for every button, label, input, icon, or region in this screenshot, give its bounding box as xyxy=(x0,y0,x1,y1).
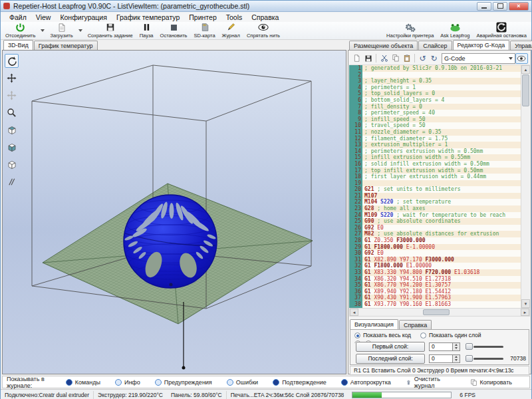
view-toolbar xyxy=(5,54,19,189)
toolbar-button-label: Отсоединить xyxy=(5,33,35,39)
radio-option-2[interactable]: Показать один слой xyxy=(420,332,481,338)
first-layer-stepper[interactable] xyxy=(453,342,460,351)
gcode-line-number: 14 xyxy=(349,148,362,155)
gcode-line: 17; top infill extrusion width = 0.50mm xyxy=(349,168,521,174)
clear-log-button[interactable]: Очистить журнал xyxy=(406,376,453,389)
toolbar-button-ask-leapfrog[interactable]: Ask Leapfrog xyxy=(437,22,473,39)
menu-item-4[interactable]: График температур xyxy=(112,13,184,21)
first-layer-input[interactable]: 0 xyxy=(429,342,453,351)
parallel-projection-button[interactable] xyxy=(5,175,19,189)
paste-button[interactable] xyxy=(401,53,412,64)
menu-item-5[interactable]: Принтер xyxy=(184,13,221,21)
app-window: Repetier-Host Leapfrog V0.90C - ListView… xyxy=(0,0,532,399)
view-top-button[interactable] xyxy=(5,158,19,172)
gcode-line: 33G1 X83.330 Y94.800 F720.000 E1.03618 xyxy=(349,269,521,276)
menu-item-3[interactable]: Конфигурация xyxy=(55,13,111,21)
new-file-button[interactable] xyxy=(351,53,362,64)
log-toggle-3[interactable]: Предупреждения xyxy=(155,379,212,386)
toolbar-separator xyxy=(414,54,415,63)
3d-viewport[interactable] xyxy=(2,50,346,374)
gcode-line-number: 4 xyxy=(349,84,362,91)
maximize-button[interactable] xyxy=(493,2,507,11)
first-layer-button[interactable]: Первый слой: xyxy=(356,342,425,352)
zoom-button[interactable] xyxy=(5,106,19,120)
tab-right-2[interactable]: Слайсер xyxy=(418,41,452,50)
dropdown-arrow-icon[interactable] xyxy=(78,29,82,32)
gcode-line-number: 18 xyxy=(349,174,362,180)
toolbar-button-загрузить[interactable]: Загрузить xyxy=(47,22,76,39)
undo-button[interactable]: ↺ xyxy=(417,53,428,64)
log-toggle-2[interactable]: Инфо xyxy=(115,379,140,386)
gcode-line-text: ; extrusion_multiplier = 1 xyxy=(362,142,521,148)
copy-button[interactable] xyxy=(390,53,401,64)
tab-right-3[interactable]: Редактор G-Кода xyxy=(453,40,510,51)
menu-item-1[interactable]: Файл xyxy=(5,13,31,21)
log-toggle-5[interactable]: Подтверждение xyxy=(273,379,327,386)
scroll-right-icon[interactable]: ► xyxy=(521,309,529,316)
last-layer-slider[interactable] xyxy=(466,355,505,362)
dropdown-arrow-icon[interactable] xyxy=(41,29,45,32)
save-file-button[interactable] xyxy=(362,53,374,64)
radio-option-1[interactable]: Показать весь код xyxy=(354,332,411,338)
horizontal-scrollbar[interactable]: ◄ ► xyxy=(349,308,530,317)
redo-button[interactable]: ↻ xyxy=(428,53,440,64)
cut-icon xyxy=(380,54,388,63)
toolbar-button-настройки-принтера[interactable]: Настройки принтера xyxy=(383,22,437,39)
horizontal-scroll-thumb[interactable] xyxy=(423,309,450,315)
scroll-down-icon[interactable]: ▼ xyxy=(521,299,530,308)
tab-right-4[interactable]: Управление xyxy=(510,41,532,50)
preview-toggle-button[interactable] xyxy=(515,53,528,64)
gcode-code-area[interactable]: 1; generated by Slic3r 0.9.10b on 2016-0… xyxy=(349,65,530,308)
view-front-button[interactable] xyxy=(5,140,19,154)
menu-item-7[interactable]: Справка xyxy=(247,13,283,21)
gcode-line: 35G1 X86.770 Y94.200 E1.30757 xyxy=(349,282,521,289)
gcode-line-number: 9 xyxy=(349,116,362,123)
vertical-scrollbar[interactable]: ▲ ▼ xyxy=(521,65,530,308)
last-layer-max: 70738 xyxy=(507,355,526,362)
radio-dot-icon xyxy=(354,332,360,338)
log-toggle-6[interactable]: Автопрокрутка xyxy=(341,379,391,386)
pause-icon xyxy=(142,23,151,32)
tab-visualization-2[interactable]: Справка xyxy=(399,320,432,329)
copy-log-button[interactable]: Копировать xyxy=(470,378,512,386)
tab-visualization-1[interactable]: Визуализация xyxy=(350,319,398,330)
vertical-scroll-thumb[interactable] xyxy=(522,74,529,106)
log-toggle-4[interactable]: Ошибки xyxy=(227,379,258,386)
gcode-line: 26G92 E0 xyxy=(349,225,521,231)
view-isometric-button[interactable] xyxy=(5,123,19,137)
toolbar-button-sd-карта[interactable]: SD-карта xyxy=(190,22,218,39)
last-layer-button[interactable]: Последний слой: xyxy=(356,354,425,364)
last-layer-stepper[interactable] xyxy=(453,354,460,363)
scroll-left-icon[interactable]: ◄ xyxy=(350,309,358,316)
menu-item-2[interactable]: View xyxy=(31,13,56,21)
toolbar-button-спрятать-нить[interactable]: Спрятать нить xyxy=(243,22,283,39)
toolbar-button-журнал[interactable]: Журнал xyxy=(219,22,243,39)
toolbar-button-label: SD-карта xyxy=(194,33,215,39)
cut-button[interactable] xyxy=(378,53,390,64)
toolbar-button-отсоединить[interactable]: Отсоединить xyxy=(2,22,39,39)
tab-left-2[interactable]: График температур xyxy=(34,41,98,50)
close-button[interactable]: × xyxy=(509,2,529,11)
gcode-line-number: 28 xyxy=(349,237,362,244)
tab-right-1[interactable]: Размещение объекта xyxy=(349,41,418,50)
first-layer-slider[interactable] xyxy=(466,343,505,350)
menu-item-6[interactable]: Tools xyxy=(221,13,247,21)
toolbar-button-аварийная-остановка[interactable]: Аварийная остановка xyxy=(473,22,530,39)
gcode-type-dropdown[interactable]: G-Code xyxy=(442,53,515,64)
rotate-view-button[interactable] xyxy=(5,54,19,68)
tab-left-1[interactable]: 3D-Вид xyxy=(3,40,33,51)
main-toolbar: ОтсоединитьЗагрузитьСохранить заданиеПау… xyxy=(1,22,531,40)
toolbar-button-сохранить-задание[interactable]: Сохранить задание xyxy=(84,22,136,39)
gcode-line: 25G90 ; use absolute coordinates xyxy=(349,218,521,225)
log-toggle-1[interactable]: Команды xyxy=(66,379,100,386)
scroll-up-icon[interactable]: ▲ xyxy=(521,65,530,74)
gcode-type-value: G-Code xyxy=(444,55,466,62)
gcode-line: 36G1 X89.940 Y92.180 E1.54412 xyxy=(349,289,521,295)
model-gyro-cube[interactable] xyxy=(124,195,217,288)
toolbar-button-остановить[interactable]: Остановить xyxy=(157,22,191,39)
last-layer-input[interactable]: 0 xyxy=(429,354,453,363)
move-object-button[interactable] xyxy=(5,88,19,102)
minimize-button[interactable] xyxy=(477,2,491,11)
move-view-button[interactable] xyxy=(5,71,19,85)
toolbar-button-пауза[interactable]: Пауза xyxy=(136,22,157,39)
